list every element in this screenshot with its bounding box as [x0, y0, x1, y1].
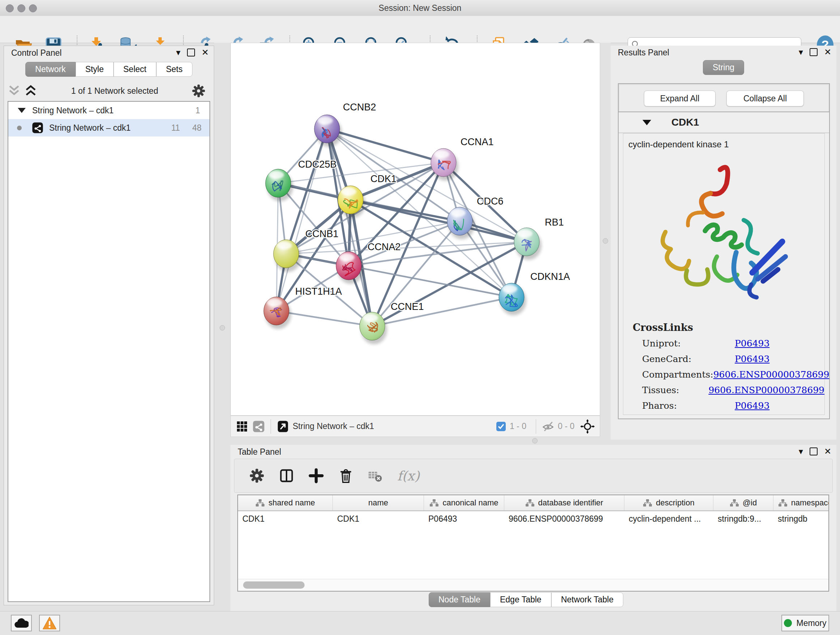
node-label-ccnb1: CCNB1: [305, 228, 339, 239]
network-collection-row[interactable]: String Network – cdk1 1: [8, 102, 210, 119]
show-grid-icon[interactable]: [236, 420, 248, 432]
network-canvas[interactable]: CCNB2CCNA1CDC25BCDK1CDC6RB1CCNB1CCNA2CDK…: [231, 43, 600, 416]
column-header-name[interactable]: name: [333, 495, 424, 510]
graph-node-cdc25b[interactable]: [265, 169, 293, 201]
panel-float-icon[interactable]: [187, 49, 195, 57]
panel-menu-icon[interactable]: ▾: [176, 48, 180, 57]
column-header-id[interactable]: @id: [714, 495, 774, 510]
column-header-description[interactable]: description: [624, 495, 714, 510]
table-options-gear-icon[interactable]: [249, 468, 265, 484]
column-label: canonical name: [442, 498, 498, 508]
table-cell: P06493: [424, 511, 504, 526]
network-view-toolbar: String Network – cdk1 1 - 0 0 - 0: [231, 416, 600, 437]
panel-close-icon[interactable]: ✕: [824, 48, 831, 57]
crosslink-link[interactable]: 9606.ENSP00000378699: [714, 369, 829, 380]
function-builder-icon: f(x): [397, 469, 420, 483]
collection-label: String Network – cdk1: [32, 106, 114, 116]
graph-node-cdkn1a[interactable]: [499, 283, 526, 315]
detach-view-icon[interactable]: [277, 420, 289, 432]
tab-edge-table[interactable]: Edge Table: [490, 592, 551, 607]
table-panel-header: Table Panel ▾ ✕: [231, 445, 836, 458]
node-label-ccnb2: CCNB2: [343, 102, 376, 112]
crosslink-row: Pharos:P06493: [642, 401, 824, 411]
control-panel-header: Control Panel ▾ ✕: [4, 46, 214, 59]
table-cell: 9606.ENSP00000378699: [504, 511, 624, 526]
window-title: Session: New Session: [0, 3, 840, 13]
crosslink-row: Uniprot:P06493: [642, 338, 824, 348]
graph-node-cdc6[interactable]: [447, 207, 475, 239]
splitter-right[interactable]: [600, 43, 611, 440]
gene-entry-header[interactable]: CDK1: [619, 112, 829, 133]
column-header-canonical-name[interactable]: canonical name: [424, 495, 504, 510]
crosslink-row: Tissues:9606.ENSP00000378699: [642, 385, 824, 395]
memory-status-dot-icon: [784, 619, 792, 627]
table-row[interactable]: CDK1CDK1P064939606.ENSP00000378699cyclin…: [238, 511, 829, 526]
gene-symbol: CDK1: [671, 117, 699, 128]
table-horizontal-scrollbar[interactable]: [238, 579, 829, 591]
network-list: String Network – cdk1 1 String Network –…: [8, 101, 210, 602]
node-label-cdk1: CDK1: [370, 173, 396, 184]
warnings-button[interactable]: [39, 615, 60, 631]
table-cell: cyclin-dependent ...: [624, 511, 714, 526]
network-overview-icon[interactable]: [253, 420, 265, 432]
column-header-shared-name[interactable]: shared name: [238, 495, 333, 510]
expand-all-button[interactable]: Expand All: [644, 90, 715, 106]
delete-column-icon[interactable]: [338, 468, 354, 484]
column-label: shared name: [268, 498, 315, 508]
node-label-ccna2: CCNA2: [368, 241, 401, 252]
crosslink-label: GeneCard:: [642, 354, 735, 364]
network-options-gear-icon[interactable]: [191, 84, 206, 98]
tab-network-table[interactable]: Network Table: [551, 592, 623, 607]
panel-close-icon[interactable]: ✕: [202, 48, 209, 57]
graph-node-rb1[interactable]: [514, 228, 542, 260]
splitter-left[interactable]: [214, 43, 231, 605]
expand-all-networks-icon[interactable]: [24, 85, 38, 97]
tab-select[interactable]: Select: [114, 62, 156, 77]
panel-close-icon[interactable]: ✕: [824, 447, 831, 456]
collection-expand-caret-icon[interactable]: [18, 108, 26, 113]
results-panel-title: Results Panel: [618, 48, 669, 57]
collapse-all-networks-icon[interactable]: [7, 85, 21, 97]
network-row-selected[interactable]: String Network – cdk1 11 48: [8, 119, 210, 136]
crosslink-link[interactable]: P06493: [735, 354, 769, 364]
panel-float-icon[interactable]: [810, 448, 818, 455]
add-column-icon[interactable]: [308, 468, 324, 484]
table-panel-tabs: Node TableEdge TableNetwork Table: [429, 592, 623, 607]
graph-node-ccnb2[interactable]: [314, 115, 342, 147]
tab-node-table[interactable]: Node Table: [429, 592, 490, 607]
graph-node-ccna1[interactable]: [431, 149, 458, 181]
network-graph[interactable]: CCNB2CCNA1CDC25BCDK1CDC6RB1CCNB1CCNA2CDK…: [231, 43, 600, 415]
memory-button[interactable]: Memory: [782, 615, 829, 631]
network-status-dot-icon: [17, 126, 22, 130]
crosslink-link[interactable]: P06493: [735, 338, 769, 348]
scrollbar-thumb[interactable]: [243, 581, 305, 589]
panel-menu-icon[interactable]: ▾: [799, 48, 803, 57]
tab-string[interactable]: String: [703, 60, 744, 75]
node-label-ccne1: CCNE1: [391, 301, 424, 312]
collapse-all-button[interactable]: Collapse All: [726, 90, 804, 106]
graph-node-ccne1[interactable]: [360, 312, 387, 344]
control-panel-title: Control Panel: [11, 48, 62, 58]
crosslink-row: GeneCard:P06493: [642, 354, 824, 364]
node-label-cdc25b: CDC25B: [298, 159, 337, 170]
protein-structure-image: [652, 157, 796, 312]
column-header-database-identifier[interactable]: database identifier: [504, 495, 624, 510]
tab-style[interactable]: Style: [76, 62, 114, 77]
column-header-namespace[interactable]: namespace: [774, 495, 829, 510]
graph-node-hist1h1a[interactable]: [264, 297, 291, 329]
table-cell: CDK1: [333, 511, 424, 526]
tab-sets[interactable]: Sets: [156, 62, 193, 77]
selected-checkbox-icon[interactable]: [496, 421, 506, 432]
crosslink-link[interactable]: 9606.ENSP00000378699: [708, 385, 824, 395]
tab-network[interactable]: Network: [25, 62, 75, 77]
fit-content-crosshair-icon[interactable]: [580, 419, 595, 434]
crosslink-link[interactable]: P06493: [735, 401, 769, 411]
table-cell: stringdb: [774, 511, 829, 526]
gene-collapse-caret-icon[interactable]: [643, 120, 651, 125]
panel-menu-icon[interactable]: ▾: [799, 447, 803, 456]
show-columns-icon[interactable]: [279, 468, 294, 484]
cloud-status-button[interactable]: [11, 615, 32, 631]
panel-float-icon[interactable]: [810, 48, 818, 56]
column-label: description: [656, 498, 694, 508]
status-bar: Memory: [0, 611, 840, 635]
